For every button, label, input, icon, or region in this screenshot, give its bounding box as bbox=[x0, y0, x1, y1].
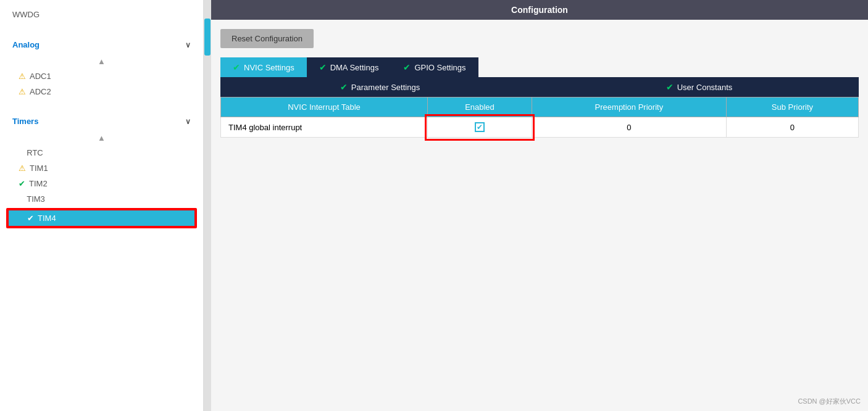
config-header: Configuration bbox=[211, 0, 868, 20]
reset-btn-label: Reset Configuration bbox=[232, 34, 303, 43]
col-sub-priority: Sub Priority bbox=[726, 98, 858, 117]
tim1-label: TIM1 bbox=[30, 164, 48, 173]
col-interrupt-table: NVIC Interrupt Table bbox=[221, 98, 428, 117]
tab-gpio-settings[interactable]: ✔ GPIO Settings bbox=[391, 57, 478, 77]
sidebar-item-adc1[interactable]: ⚠ ADC1 bbox=[0, 68, 203, 84]
warning-icon-adc1: ⚠ bbox=[19, 72, 26, 81]
check-icon-gpio: ✔ bbox=[403, 62, 411, 72]
spacer-rtc bbox=[19, 148, 23, 157]
sub-priority-cell[interactable]: 0 bbox=[726, 117, 858, 138]
interrupt-name-cell: TIM4 global interrupt bbox=[221, 117, 428, 138]
tim4-active-wrapper: ✔ TIM4 bbox=[6, 208, 197, 228]
tim2-label: TIM2 bbox=[29, 179, 48, 188]
preemption-priority-cell[interactable]: 0 bbox=[532, 117, 726, 138]
config-body: Reset Configuration ✔ NVIC Settings ✔ DM… bbox=[211, 20, 868, 411]
warning-icon-tim1: ⚠ bbox=[19, 164, 26, 173]
user-constants-label: User Constants bbox=[677, 83, 733, 92]
timers-label: Timers bbox=[12, 117, 38, 126]
enabled-checkbox[interactable]: ✔ bbox=[475, 122, 485, 132]
timers-chevron: ∨ bbox=[185, 117, 191, 126]
tim3-label: TIM3 bbox=[27, 194, 45, 204]
dma-settings-label: DMA Settings bbox=[330, 63, 379, 72]
sidebar-item-tim1[interactable]: ⚠ TIM1 bbox=[0, 160, 203, 176]
sidebar-item-rtc[interactable]: RTC bbox=[0, 145, 203, 160]
tab-user-constants[interactable]: ✔ User Constants bbox=[540, 77, 859, 97]
table-row: TIM4 global interrupt ✔ 0 0 bbox=[221, 117, 859, 138]
check-icon-dma: ✔ bbox=[319, 62, 327, 72]
sidebar: WWDG Analog ∨ ▲ ⚠ ADC1 ⚠ ADC2 Timers ∨ ▲… bbox=[0, 0, 204, 411]
sidebar-item-tim2[interactable]: ✔ TIM2 bbox=[0, 176, 203, 191]
tab-nvic-settings[interactable]: ✔ NVIC Settings bbox=[220, 57, 307, 77]
adc2-label: ADC2 bbox=[30, 87, 51, 96]
sidebar-item-tim3[interactable]: TIM3 bbox=[0, 191, 203, 207]
enabled-cell[interactable]: ✔ bbox=[428, 117, 532, 138]
rtc-label: RTC bbox=[27, 148, 43, 157]
preemption-value: 0 bbox=[627, 123, 631, 132]
sidebar-section-analog[interactable]: Analog ∨ bbox=[0, 35, 203, 54]
analog-chevron: ∨ bbox=[185, 41, 191, 49]
scrollbar-thumb[interactable] bbox=[204, 19, 211, 56]
adc1-label: ADC1 bbox=[30, 72, 51, 81]
check-icon-tim2: ✔ bbox=[19, 179, 25, 188]
sort-icon-analog: ▲ bbox=[0, 54, 203, 68]
parameter-settings-label: Parameter Settings bbox=[351, 83, 420, 92]
sidebar-scrollbar[interactable] bbox=[204, 0, 211, 411]
check-icon-parameter: ✔ bbox=[340, 82, 348, 92]
main-content: Configuration Reset Configuration ✔ NVIC… bbox=[211, 0, 868, 411]
sidebar-item-tim4[interactable]: ✔ TIM4 bbox=[7, 209, 196, 227]
sidebar-section-timers[interactable]: Timers ∨ bbox=[0, 112, 203, 131]
subpriority-value: 0 bbox=[790, 123, 795, 132]
tabs-row2: ✔ Parameter Settings ✔ User Constants bbox=[220, 77, 859, 97]
interrupt-name: TIM4 global interrupt bbox=[228, 123, 302, 132]
sort-icon-timers: ▲ bbox=[0, 131, 203, 145]
wwdg-label: WWDG bbox=[12, 10, 40, 19]
check-icon-user-constants: ✔ bbox=[666, 82, 674, 92]
tab-parameter-settings[interactable]: ✔ Parameter Settings bbox=[220, 77, 540, 97]
analog-label: Analog bbox=[12, 40, 40, 49]
col-enabled: Enabled bbox=[428, 98, 532, 117]
warning-icon-adc2: ⚠ bbox=[19, 87, 26, 96]
watermark: CSDN @好家伙VCC bbox=[798, 397, 861, 406]
tim4-label: TIM4 bbox=[38, 214, 56, 223]
check-icon-tim4: ✔ bbox=[27, 214, 34, 223]
nvic-settings-label: NVIC Settings bbox=[244, 63, 294, 72]
check-icon-nvic: ✔ bbox=[233, 62, 240, 72]
nvic-table: NVIC Interrupt Table Enabled Preemption … bbox=[220, 97, 859, 138]
sidebar-item-wwdg[interactable]: WWDG bbox=[0, 6, 203, 23]
tabs-row1: ✔ NVIC Settings ✔ DMA Settings ✔ GPIO Se… bbox=[220, 57, 859, 77]
sidebar-item-adc2[interactable]: ⚠ ADC2 bbox=[0, 84, 203, 99]
tab-dma-settings[interactable]: ✔ DMA Settings bbox=[307, 57, 391, 77]
gpio-settings-label: GPIO Settings bbox=[414, 63, 465, 72]
spacer-tim3 bbox=[19, 194, 23, 204]
config-title: Configuration bbox=[511, 5, 568, 15]
reset-configuration-button[interactable]: Reset Configuration bbox=[220, 29, 314, 48]
col-preemption-priority: Preemption Priority bbox=[532, 98, 726, 117]
